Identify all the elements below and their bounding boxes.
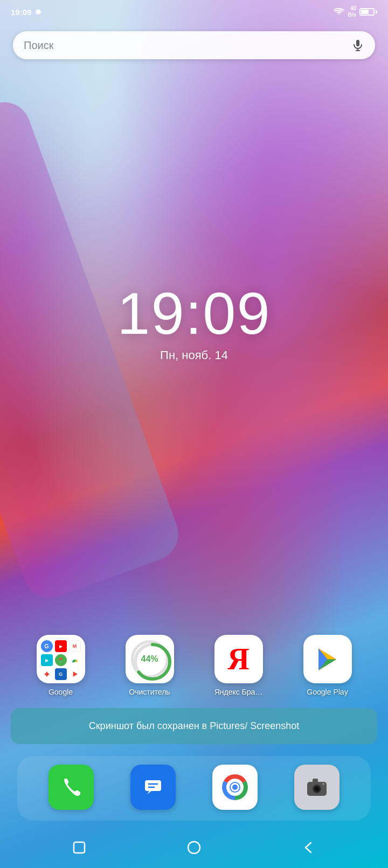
play-triangle-icon [313, 645, 342, 674]
svg-point-13 [232, 785, 238, 790]
svg-point-21 [188, 842, 200, 853]
nav-back[interactable] [299, 838, 318, 857]
camera-icon [305, 775, 329, 799]
search-container: Поиск [0, 20, 388, 65]
google-play-icon [303, 635, 352, 683]
svg-point-17 [315, 787, 319, 791]
cleaner-percent: 44% [141, 654, 158, 664]
status-time: 19:09 [11, 8, 31, 17]
app-label-cleaner: Очиститель [129, 688, 170, 696]
messages-icon [142, 776, 164, 799]
status-right: 40 B/s [334, 5, 377, 18]
search-bar[interactable]: Поиск [13, 31, 375, 59]
speed-indicator: 40 B/s [348, 5, 356, 18]
wifi-icon [334, 8, 344, 16]
nav-home[interactable] [184, 838, 204, 857]
phone-icon [60, 776, 82, 799]
svg-rect-2 [356, 40, 359, 46]
dock-wrapper [0, 751, 388, 831]
dock-item-phone[interactable] [48, 765, 94, 810]
microphone-icon [351, 39, 364, 52]
screenshot-text: Скриншот был сохранен в Pictures/ Screen… [24, 719, 364, 733]
date-display: Пн, нояб. 14 [160, 348, 228, 362]
status-bar: 19:09 40 B/s [0, 0, 388, 20]
app-label-yandex: Яндекс Бра… [214, 688, 263, 696]
notification-dot-icon [34, 8, 42, 16]
dock [17, 756, 371, 821]
nav-recent-apps[interactable] [70, 838, 89, 857]
status-left: 19:09 [11, 8, 42, 17]
svg-point-19 [322, 783, 324, 785]
svg-rect-20 [74, 842, 85, 853]
svg-point-1 [37, 10, 40, 13]
clock-display: 19:09 [117, 284, 271, 343]
chrome-icon [220, 773, 250, 802]
cleaner-icon: 44% [126, 635, 174, 683]
app-grid: G ▶ M ▶ 📍 [0, 624, 388, 702]
svg-rect-7 [145, 780, 161, 791]
clock-area: 19:09 Пн, нояб. 14 [0, 65, 388, 624]
app-label-google-play: Google Play [307, 688, 348, 696]
svg-rect-18 [313, 779, 318, 783]
square-nav-icon [72, 840, 87, 855]
app-item-cleaner[interactable]: 44% Очиститель [126, 635, 174, 696]
app-item-yandex[interactable]: Я Яндекс Бра… [214, 635, 263, 696]
app-item-google-play[interactable]: Google Play [303, 635, 352, 696]
screenshot-notification: Скриншот был сохранен в Pictures/ Screen… [11, 708, 377, 744]
battery-icon [359, 8, 377, 16]
app-label-google: Google [48, 688, 73, 696]
dock-item-camera[interactable] [294, 765, 340, 810]
search-placeholder: Поиск [24, 39, 53, 52]
back-nav-icon [301, 840, 316, 855]
yandex-icon: Я [214, 635, 263, 683]
app-item-google[interactable]: G ▶ M ▶ 📍 [37, 635, 85, 696]
dock-item-messages[interactable] [130, 765, 176, 810]
google-folder-icon: G ▶ M ▶ 📍 [37, 635, 85, 683]
nav-bar [0, 831, 388, 868]
yandex-letter: Я [227, 644, 249, 674]
dock-item-chrome[interactable] [212, 765, 258, 810]
circle-nav-icon [186, 840, 202, 855]
